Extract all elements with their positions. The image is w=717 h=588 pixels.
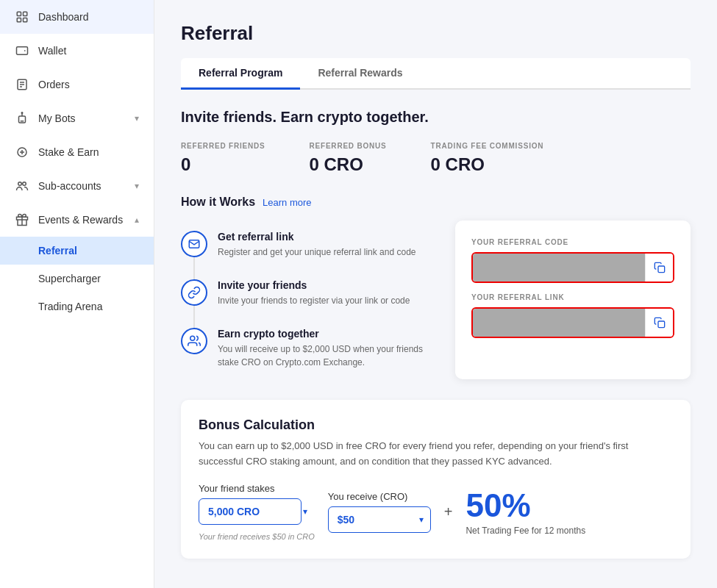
svg-rect-20 [658, 321, 665, 328]
referral-link-field [471, 307, 674, 338]
steps-list: Get referral link Register and get your … [181, 220, 438, 379]
sidebar-item-orders[interactable]: Orders [0, 68, 154, 101]
svg-rect-1 [24, 12, 27, 15]
tabs-container: Referral Program Referral Rewards [181, 58, 691, 90]
wallet-icon [15, 43, 29, 58]
tab-referral-program[interactable]: Referral Program [181, 58, 300, 90]
how-it-works-section: How it Works Learn more Get referral lin… [181, 196, 691, 379]
step-invite-friends: Invite your friends Invite your friends … [181, 269, 438, 318]
how-it-works-title: How it Works Learn more [181, 196, 691, 209]
sub-label-referral: Referral [38, 245, 77, 257]
events-chevron: ▴ [135, 215, 139, 225]
step-earn-crypto: Earn crypto together You will receive up… [181, 318, 438, 379]
sidebar-label-stake: Stake & Earn [38, 146, 99, 158]
sidebar-item-events-rewards[interactable]: Events & Rewards ▴ [0, 203, 154, 237]
friend-stakes-select[interactable]: 5,000 CRO 10,000 CRO 50,000 CRO 500,000 … [199, 498, 302, 525]
friend-stakes-col: Your friend stakes 5,000 CRO 10,000 CRO … [199, 483, 315, 541]
you-receive-col: You receive (CRO) $50 $100 $500 $5,000 [328, 491, 431, 533]
sub-label-trading-arena: Trading Arena [38, 301, 102, 312]
sidebar-label-wallet: Wallet [38, 45, 66, 57]
step-icon-get-link [181, 231, 207, 257]
sidebar-label-orders: Orders [38, 79, 70, 90]
orders-icon [15, 77, 29, 92]
svg-rect-9 [19, 116, 26, 123]
sidebar-sub-item-trading-arena[interactable]: Trading Arena [0, 293, 154, 320]
svg-rect-2 [17, 18, 21, 22]
sub-label-supercharger: Supercharger [38, 273, 101, 284]
page-title: Referral [181, 22, 691, 45]
svg-rect-3 [24, 18, 27, 22]
referral-link-input[interactable] [473, 309, 645, 337]
step-icon-invite [181, 279, 207, 306]
tab-referral-rewards[interactable]: Referral Rewards [300, 58, 420, 90]
bots-icon [15, 111, 29, 126]
events-icon [15, 212, 29, 227]
bonus-section: Bonus Calculation You can earn up to $2,… [181, 400, 691, 559]
stats-row: REFERRED FRIENDS 0 REFERRED BONUS 0 CRO … [181, 142, 691, 175]
dashboard-icon [15, 10, 29, 24]
you-receive-select[interactable]: $50 $100 $500 $5,000 [328, 506, 431, 533]
bots-chevron: ▾ [135, 113, 139, 123]
svg-rect-19 [658, 266, 665, 273]
subaccounts-icon [15, 179, 29, 193]
you-receive-select-wrap: $50 $100 $500 $5,000 [328, 506, 431, 533]
svg-point-10 [21, 112, 23, 114]
svg-rect-4 [17, 47, 28, 55]
sidebar-item-dashboard[interactable]: Dashboard [0, 0, 154, 34]
svg-point-16 [23, 182, 26, 186]
stat-trading-fee: TRADING FEE COMMISSION 0 CRO [431, 142, 544, 175]
stat-referred-bonus: REFERRED BONUS 0 CRO [309, 142, 386, 175]
how-it-works-content: Get referral link Register and get your … [181, 220, 691, 379]
plus-sign: + [444, 503, 453, 520]
sidebar-label-events: Events & Rewards [38, 214, 123, 226]
svg-point-15 [18, 182, 22, 186]
referral-code-input[interactable] [473, 254, 645, 282]
svg-rect-0 [17, 12, 21, 15]
sidebar-item-my-bots[interactable]: My Bots ▾ [0, 101, 154, 135]
sidebar-label-dashboard: Dashboard [38, 11, 89, 23]
svg-point-18 [190, 336, 195, 340]
sidebar-label-subaccounts: Sub-accounts [38, 180, 101, 192]
sidebar: Dashboard Wallet Orders My Bots ▾ Stake … [0, 0, 154, 588]
percent-col: 50% Net Trading Fee for 12 months [465, 487, 585, 536]
sidebar-item-stake-earn[interactable]: Stake & Earn [0, 135, 154, 169]
sidebar-sub-item-referral[interactable]: Referral [0, 237, 154, 265]
referral-card: YOUR REFERRAL CODE YOUR REFERRAL LINK [455, 220, 691, 379]
learn-more-link[interactable]: Learn more [263, 197, 311, 208]
step-get-link: Get referral link Register and get your … [181, 220, 438, 269]
friend-stakes-select-wrap: 5,000 CRO 10,000 CRO 50,000 CRO 500,000 … [199, 498, 315, 525]
stat-referred-friends: REFERRED FRIENDS 0 [181, 142, 265, 175]
subaccounts-chevron: ▾ [135, 181, 139, 191]
sidebar-sub-item-supercharger[interactable]: Supercharger [0, 265, 154, 293]
sidebar-item-sub-accounts[interactable]: Sub-accounts ▾ [0, 169, 154, 203]
copy-link-button[interactable] [645, 309, 673, 337]
bonus-calc-row: Your friend stakes 5,000 CRO 10,000 CRO … [199, 483, 673, 541]
step-icon-earn [181, 328, 207, 354]
main-content: Referral Referral Program Referral Rewar… [154, 0, 717, 588]
invite-header: Invite friends. Earn crypto together. [181, 109, 691, 126]
copy-code-button[interactable] [645, 254, 673, 282]
sidebar-item-wallet[interactable]: Wallet [0, 34, 154, 68]
stake-icon [15, 145, 29, 159]
referral-code-field [471, 252, 674, 283]
sidebar-label-bots: My Bots [38, 112, 76, 124]
